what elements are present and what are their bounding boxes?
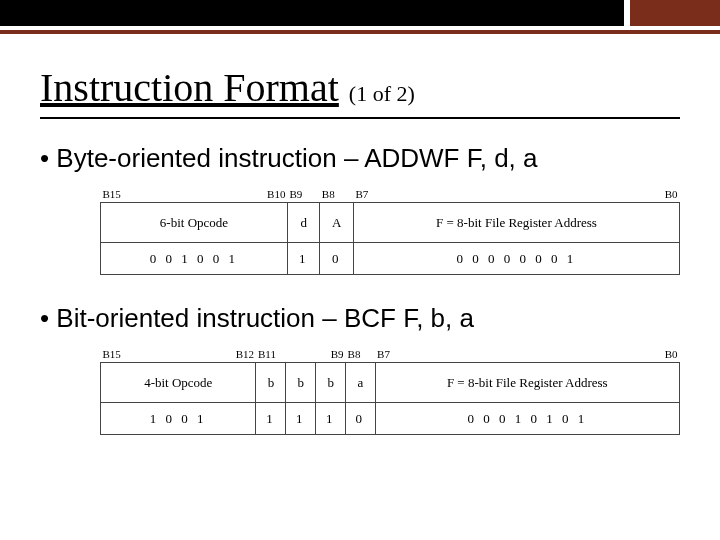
- field-a: A: [320, 203, 354, 243]
- bit-label: B9: [331, 348, 344, 360]
- bit-label: B0: [665, 188, 678, 200]
- field-d: d: [287, 203, 319, 243]
- bits-opcode: 0 0 1 0 0 1: [101, 243, 288, 275]
- bit-label: B8: [322, 188, 335, 200]
- bits-d: 1: [287, 243, 319, 275]
- bits-f: 0 0 0 0 0 0 0 1: [353, 243, 679, 275]
- bit-label: B0: [665, 348, 678, 360]
- field-b: b: [256, 363, 286, 403]
- field-opcode: 4-bit Opcode: [101, 363, 256, 403]
- byte-bullet: • Byte-oriented instruction – ADDWF F, d…: [40, 143, 680, 174]
- bit-label: B15: [103, 188, 121, 200]
- slide-content: Instruction Format (1 of 2) • Byte-orien…: [0, 64, 720, 435]
- byte-format-table: B15 B10 B9 B8 B7 B0 6-bit Opcode d A F =…: [100, 188, 680, 275]
- bit-label: B7: [377, 348, 390, 360]
- bits-a: 0: [346, 403, 376, 435]
- page-pager: (1 of 2): [349, 81, 415, 107]
- bit-label: B7: [355, 188, 368, 200]
- bits-b: 1: [286, 403, 316, 435]
- slide-accent-bar: [0, 0, 720, 26]
- bits-a: 0: [320, 243, 354, 275]
- bit-label: B11: [258, 348, 276, 360]
- bits-b: 1: [316, 403, 346, 435]
- page-title: Instruction Format: [40, 64, 339, 111]
- bit-bullet: • Bit-oriented instruction – BCF F, b, a: [40, 303, 680, 334]
- field-opcode: 6-bit Opcode: [101, 203, 288, 243]
- field-f: F = 8-bit File Register Address: [353, 203, 679, 243]
- bit-label: B8: [348, 348, 361, 360]
- field-b: b: [316, 363, 346, 403]
- field-a: a: [346, 363, 376, 403]
- field-b: b: [286, 363, 316, 403]
- title-row: Instruction Format (1 of 2): [40, 64, 680, 119]
- bit-label: B10: [267, 188, 285, 200]
- bit-format-table: B15 B12 B11 B9 B8 B7 B0 4-bit Opcode b b…: [100, 348, 680, 435]
- bit-label: B9: [289, 188, 302, 200]
- bit-label: B12: [236, 348, 254, 360]
- bits-f: 0 0 0 1 0 1 0 1: [375, 403, 679, 435]
- slide-accent-line: [0, 30, 720, 34]
- bits-opcode: 1 0 0 1: [101, 403, 256, 435]
- field-f: F = 8-bit File Register Address: [375, 363, 679, 403]
- bit-label: B15: [103, 348, 121, 360]
- bits-b: 1: [256, 403, 286, 435]
